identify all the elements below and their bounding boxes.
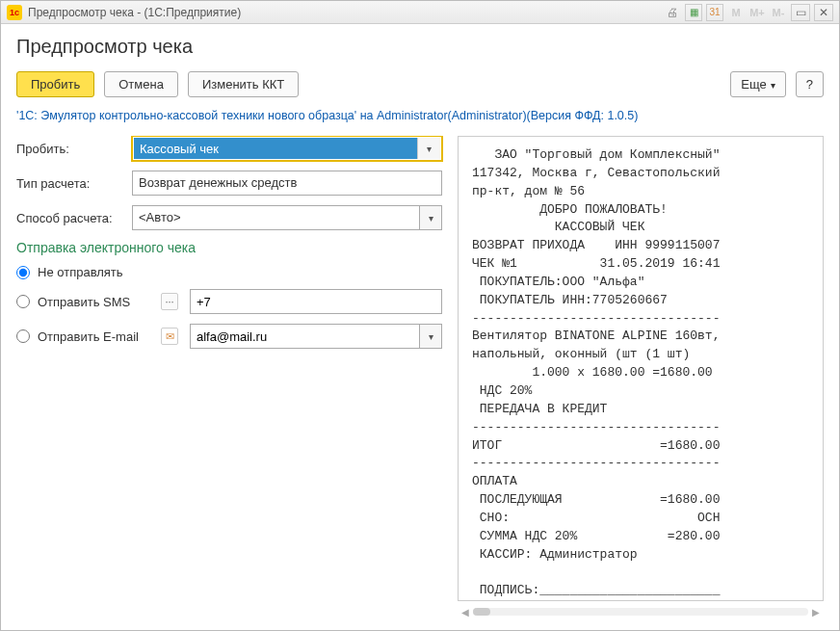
radio-email-label: Отправить E-mail [38, 329, 153, 344]
mail-icon: ✉ [161, 328, 178, 345]
method-label: Способ расчета: [16, 211, 132, 225]
radio-email[interactable] [16, 329, 30, 343]
sms-icon [161, 293, 178, 310]
method-dropdown-toggle[interactable]: ▾ [419, 205, 442, 230]
memory-mplus[interactable]: M+ [748, 4, 766, 21]
probit-dropdown[interactable]: Кассовый чек [134, 138, 417, 159]
body-grid: Пробить: Кассовый чек ▾ Тип расчета: Воз… [16, 136, 824, 618]
window-title: Предпросмотр чека - (1С:Предприятие) [28, 6, 658, 19]
change-kkt-button[interactable]: Изменить ККТ [188, 71, 299, 97]
scroll-thumb[interactable] [473, 608, 490, 616]
maximize-icon[interactable]: ▭ [791, 4, 810, 21]
probit-label: Пробить: [16, 142, 132, 156]
sms-input[interactable] [190, 289, 442, 314]
horizontal-scrollbar[interactable]: ◀ ▶ [458, 605, 824, 618]
receipt-preview: ЗАО "Торговый дом Комплексный" 117342, М… [458, 136, 824, 601]
probit-dropdown-toggle[interactable]: ▾ [417, 138, 440, 159]
calc-icon[interactable]: ▦ [685, 4, 702, 21]
titlebar: 1c Предпросмотр чека - (1С:Предприятие) … [1, 1, 839, 24]
memory-mminus[interactable]: M- [770, 4, 787, 21]
send-section-title: Отправка электронного чека [16, 240, 442, 255]
info-line: '1С: Эмулятор контрольно-кассовой техник… [16, 109, 824, 122]
radio-none[interactable] [16, 266, 30, 279]
scroll-track[interactable] [473, 608, 808, 616]
help-button[interactable]: ? [796, 71, 824, 97]
radio-sms-label: Отправить SMS [38, 295, 153, 309]
receipt-column: ЗАО "Торговый дом Комплексный" 117342, М… [458, 136, 824, 618]
main-window: 1c Предпросмотр чека - (1С:Предприятие) … [0, 0, 840, 631]
close-icon[interactable]: ✕ [814, 4, 833, 21]
page-title: Предпросмотр чека [16, 36, 824, 58]
type-field[interactable]: Возврат денежных средств [132, 171, 442, 196]
calendar-icon[interactable]: 31 [706, 4, 723, 21]
radio-none-label: Не отправлять [38, 265, 123, 279]
cancel-button[interactable]: Отмена [104, 71, 178, 97]
app-icon: 1c [7, 5, 22, 20]
scroll-right-icon[interactable]: ▶ [808, 607, 824, 618]
scroll-left-icon[interactable]: ◀ [458, 607, 473, 618]
titlebar-actions: 🖨 ▦ 31 M M+ M- ▭ ✕ [664, 4, 833, 21]
email-input[interactable] [190, 324, 419, 349]
memory-m[interactable]: M [727, 4, 745, 21]
email-dropdown-toggle[interactable]: ▾ [419, 324, 442, 349]
radio-sms[interactable] [16, 295, 30, 308]
more-button[interactable]: Еще▾ [730, 71, 785, 97]
print-icon[interactable]: 🖨 [664, 4, 681, 21]
form-column: Пробить: Кассовый чек ▾ Тип расчета: Воз… [16, 136, 442, 618]
method-dropdown[interactable]: <Авто> [132, 205, 419, 230]
content-area: Предпросмотр чека Пробить Отмена Изменит… [1, 24, 839, 630]
type-label: Тип расчета: [16, 176, 132, 191]
probit-button[interactable]: Пробить [16, 71, 94, 97]
toolbar: Пробить Отмена Изменить ККТ Еще▾ ? [16, 71, 824, 97]
